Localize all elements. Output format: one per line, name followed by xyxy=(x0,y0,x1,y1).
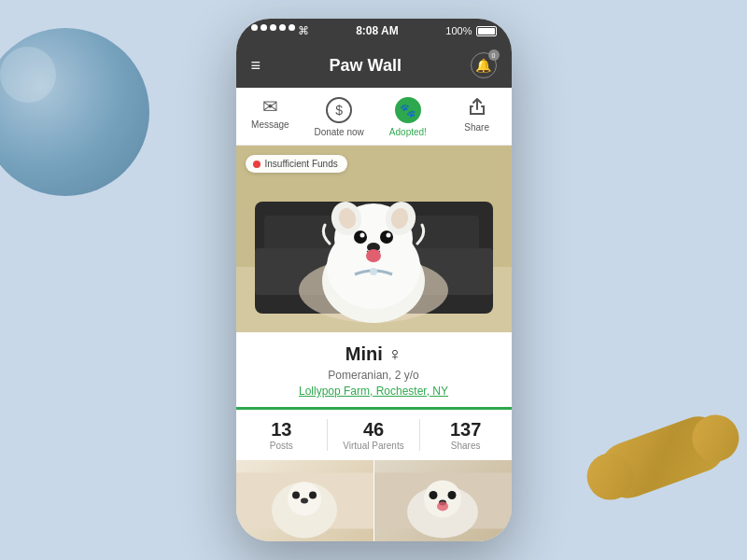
svg-point-31 xyxy=(447,491,456,499)
battery-area: 100% xyxy=(445,25,496,36)
virtual-parents-label: Virtual Parents xyxy=(328,441,419,451)
app-title: Paw Wall xyxy=(330,56,402,76)
pet-name: Mini ♀ xyxy=(251,343,497,365)
pet-image-container: Insufficient Funds xyxy=(236,146,512,332)
svg-point-30 xyxy=(429,491,437,499)
action-message[interactable]: ✉ Message xyxy=(236,88,305,145)
svg-point-24 xyxy=(292,492,300,499)
svg-point-26 xyxy=(301,498,308,504)
action-adopted-label: Adopted! xyxy=(389,127,427,137)
action-bar: ✉ Message $ Donate now 🐾 Adopted! Share xyxy=(236,88,512,146)
donate-icon: $ xyxy=(326,97,352,123)
pet-info: Mini ♀ Pomeranian, 2 y/o Lollypop Farm, … xyxy=(236,332,512,407)
svg-point-14 xyxy=(354,231,367,244)
signal-dot-2 xyxy=(261,24,267,31)
stat-posts: 13 Posts xyxy=(236,419,328,451)
stats-bar: 13 Posts 46 Virtual Parents 137 Shares xyxy=(236,407,512,460)
svg-point-15 xyxy=(380,231,393,244)
stat-shares: 137 Shares xyxy=(420,419,512,451)
signal-dot-3 xyxy=(270,24,276,31)
svg-point-29 xyxy=(424,481,461,518)
message-icon: ✉ xyxy=(262,97,278,116)
action-donate-label: Donate now xyxy=(314,127,363,137)
notification-badge: 0 xyxy=(488,49,500,61)
stat-virtual-parents: 46 Virtual Parents xyxy=(328,419,419,451)
pet-location[interactable]: Lollypop Farm, Rochester, NY xyxy=(251,385,497,398)
share-icon xyxy=(468,97,486,119)
notification-bell[interactable]: 🔔 0 xyxy=(471,52,497,78)
wifi-icon: ⌘ xyxy=(298,24,309,37)
funds-dot xyxy=(253,161,261,168)
battery-percent: 100% xyxy=(445,25,472,36)
action-share-label: Share xyxy=(464,122,489,133)
svg-point-33 xyxy=(437,502,448,511)
action-share[interactable]: Share xyxy=(443,88,512,145)
photo-thumb-2[interactable] xyxy=(374,460,512,541)
bg-toy-left xyxy=(0,28,149,196)
posts-count: 13 xyxy=(236,419,328,441)
adopted-icon: 🐾 xyxy=(395,97,421,123)
action-donate[interactable]: $ Donate now xyxy=(304,88,374,145)
signal-dot-1 xyxy=(251,24,258,31)
signal-dot-5 xyxy=(289,24,295,31)
status-time: 8:08 AM xyxy=(356,24,399,37)
signal-dots: ⌘ xyxy=(251,24,309,37)
photo-grid xyxy=(236,460,512,541)
svg-point-20 xyxy=(370,268,377,275)
action-message-label: Message xyxy=(251,119,289,130)
status-bar: ⌘ 8:08 AM 100% xyxy=(236,19,512,43)
bg-bone-right xyxy=(592,409,734,506)
battery-fill xyxy=(478,28,495,35)
menu-icon[interactable]: ≡ xyxy=(251,56,261,76)
signal-dot-4 xyxy=(279,24,286,31)
svg-point-16 xyxy=(359,233,364,238)
insufficient-funds-badge: Insufficient Funds xyxy=(246,155,347,173)
funds-label: Insufficient Funds xyxy=(265,159,338,169)
svg-point-19 xyxy=(366,249,381,262)
app-header: ≡ Paw Wall 🔔 0 xyxy=(236,43,512,88)
shares-label: Shares xyxy=(420,441,512,451)
svg-point-17 xyxy=(386,233,390,238)
photo-thumb-1[interactable] xyxy=(236,460,374,541)
phone-frame: ⌘ 8:08 AM 100% ≡ Paw Wall 🔔 0 ✉ Message … xyxy=(236,19,512,541)
virtual-parents-count: 46 xyxy=(328,419,419,441)
posts-label: Posts xyxy=(236,441,328,451)
action-adopted[interactable]: 🐾 Adopted! xyxy=(374,88,443,145)
svg-point-25 xyxy=(309,492,317,499)
battery-icon xyxy=(476,26,497,36)
shares-count: 137 xyxy=(420,419,512,441)
pet-breed: Pomeranian, 2 y/o xyxy=(251,369,497,382)
